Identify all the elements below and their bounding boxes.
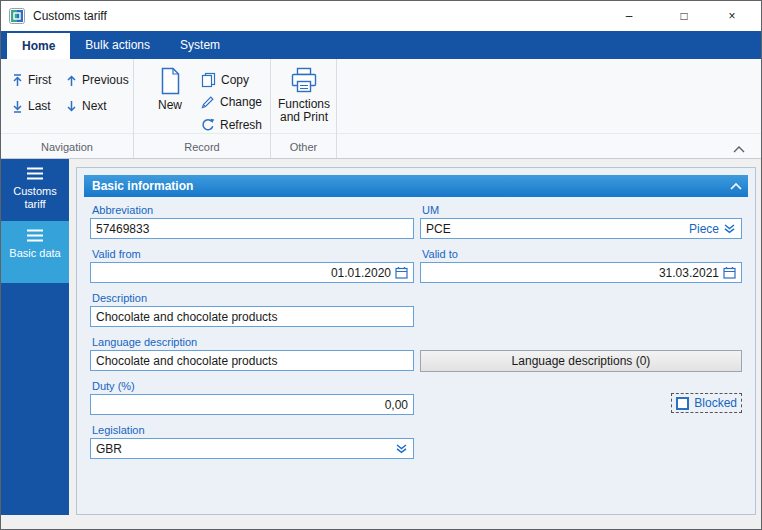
first-label: First — [28, 73, 51, 87]
sidebar-item-label: Basic data — [9, 247, 60, 260]
navigation-group-label: Navigation — [1, 141, 133, 153]
um-value: PCE — [426, 222, 451, 236]
functions-and-print-label: Functions and Print — [275, 98, 333, 124]
ribbon: First Previous Last Next Navigatio — [1, 59, 761, 159]
abbreviation-label: Abbreviation — [92, 204, 153, 216]
chevron-up-icon — [730, 183, 742, 190]
dropdown-icon[interactable] — [723, 224, 736, 234]
minimize-button[interactable]: – — [609, 1, 649, 31]
close-button[interactable]: × — [712, 1, 752, 31]
abbreviation-value: 57469833 — [96, 222, 149, 236]
um-combo[interactable]: PCE Piece — [420, 218, 742, 239]
previous-label: Previous — [82, 73, 129, 87]
new-document-icon — [158, 67, 182, 95]
sidebar-item-basic-data[interactable]: Basic data — [1, 221, 69, 283]
maximize-icon: □ — [680, 9, 687, 23]
blocked-label: Blocked — [694, 396, 737, 410]
tab-system[interactable]: System — [165, 31, 235, 59]
sidebar: Customs tariff Basic data — [1, 159, 69, 515]
app-window: Customs tariff – □ × Home Bulk actions S… — [0, 0, 762, 530]
blocked-checkbox-group[interactable]: Blocked — [672, 394, 741, 412]
sidebar-item-label: Customs tariff — [3, 185, 67, 211]
calendar-icon[interactable] — [723, 266, 736, 279]
tab-home[interactable]: Home — [7, 33, 70, 59]
menu-icon — [26, 167, 44, 180]
next-button[interactable]: Next — [63, 97, 110, 115]
um-label: UM — [422, 204, 439, 216]
chevron-up-icon — [733, 146, 745, 153]
close-icon: × — [728, 9, 735, 23]
last-arrow-icon — [12, 100, 23, 113]
valid-from-value: 01.01.2020 — [331, 266, 391, 280]
change-pencil-icon — [201, 95, 215, 109]
description-value: Chocolate and chocolate products — [96, 310, 277, 324]
change-label: Change — [220, 95, 262, 109]
maximize-button[interactable]: □ — [664, 1, 704, 31]
valid-to-value: 31.03.2021 — [659, 266, 719, 280]
tab-bulk-actions[interactable]: Bulk actions — [70, 31, 165, 59]
menu-icon — [26, 229, 44, 242]
abbreviation-input[interactable]: 57469833 — [90, 218, 414, 239]
sidebar-item-customs-tariff[interactable]: Customs tariff — [1, 159, 69, 221]
next-label: Next — [82, 99, 107, 113]
description-label: Description — [92, 292, 147, 304]
legislation-value: GBR — [96, 442, 122, 456]
ribbon-collapse-button[interactable] — [731, 143, 747, 155]
new-button[interactable]: New — [148, 64, 192, 115]
language-description-label: Language description — [92, 336, 197, 348]
app-icon — [9, 8, 25, 24]
status-bar — [1, 515, 761, 530]
printer-icon — [289, 67, 319, 94]
next-arrow-icon — [66, 100, 77, 113]
valid-from-input[interactable]: 01.01.2020 — [90, 262, 414, 283]
refresh-button[interactable]: Refresh — [198, 116, 265, 134]
panel-header: Basic information — [84, 175, 748, 197]
change-button[interactable]: Change — [198, 93, 265, 111]
legislation-label: Legislation — [92, 424, 145, 436]
first-arrow-icon — [12, 74, 23, 87]
copy-button[interactable]: Copy — [198, 70, 252, 90]
copy-icon — [201, 72, 216, 88]
refresh-label: Refresh — [220, 118, 262, 132]
valid-to-label: Valid to — [422, 248, 458, 260]
language-descriptions-button[interactable]: Language descriptions (0) — [420, 350, 742, 372]
description-input[interactable]: Chocolate and chocolate products — [90, 306, 414, 327]
last-label: Last — [28, 99, 51, 113]
dropdown-icon[interactable] — [395, 444, 408, 454]
functions-and-print-button[interactable]: Functions and Print — [273, 64, 335, 127]
ribbon-tab-strip: Home Bulk actions System — [1, 31, 761, 59]
duty-input[interactable]: 0,00 — [90, 394, 414, 415]
duty-value: 0,00 — [385, 398, 408, 412]
ribbon-group-navigation: First Previous Last Next Navigatio — [1, 59, 134, 158]
valid-to-input[interactable]: 31.03.2021 — [420, 262, 742, 283]
previous-button[interactable]: Previous — [63, 71, 132, 89]
new-label: New — [158, 99, 182, 112]
panel-title: Basic information — [92, 179, 193, 193]
window-title: Customs tariff — [33, 1, 107, 31]
ribbon-group-record: New Copy Change Refresh Record — [134, 59, 271, 158]
language-description-input[interactable]: Chocolate and chocolate products — [90, 350, 414, 371]
title-bar: Customs tariff – □ × — [1, 1, 761, 31]
valid-from-label: Valid from — [92, 248, 141, 260]
ribbon-group-other: Functions and Print Other — [271, 59, 337, 158]
copy-label: Copy — [221, 73, 249, 87]
refresh-icon — [201, 118, 215, 132]
language-description-value: Chocolate and chocolate products — [96, 354, 277, 368]
basic-information-panel: Basic information Abbreviation 57469833 … — [76, 167, 756, 515]
blocked-checkbox[interactable] — [676, 397, 689, 410]
record-group-label: Record — [134, 141, 270, 153]
other-group-label: Other — [271, 141, 336, 153]
legislation-combo[interactable]: GBR — [90, 438, 414, 459]
duty-label: Duty (%) — [92, 380, 135, 392]
last-button[interactable]: Last — [9, 97, 54, 115]
panel-collapse-button[interactable] — [728, 179, 743, 194]
minimize-icon: – — [626, 9, 633, 23]
calendar-icon[interactable] — [395, 266, 408, 279]
previous-arrow-icon — [66, 74, 77, 87]
um-selected-name: Piece — [689, 222, 719, 236]
first-button[interactable]: First — [9, 71, 54, 89]
